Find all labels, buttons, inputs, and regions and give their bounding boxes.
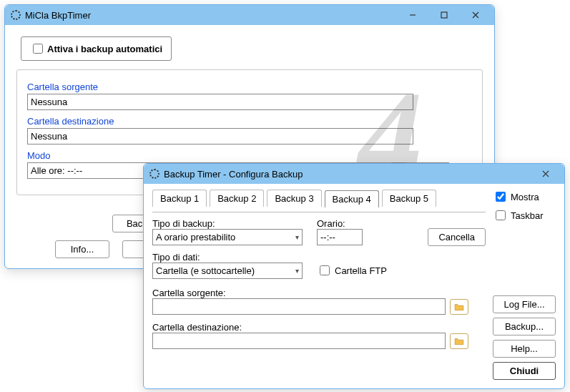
source-folder-field[interactable]	[27, 94, 413, 110]
taskbar-input[interactable]	[496, 210, 506, 220]
config-window: Backup Timer - Configura Backup Backup 1…	[143, 163, 565, 389]
enable-auto-backup-checkbox[interactable]: Attiva i backup automatici	[21, 36, 172, 61]
tab-backup-1[interactable]: Backup 1	[152, 190, 207, 207]
folder-icon	[454, 337, 464, 346]
tab-backup-5[interactable]: Backup 5	[382, 190, 436, 207]
show-checkbox[interactable]: Mostra	[493, 190, 556, 204]
enable-auto-backup-label: Attiva i backup automatici	[47, 44, 162, 54]
source-folder-input[interactable]	[152, 298, 446, 315]
chevron-down-icon: ▾	[295, 267, 299, 275]
browse-source-button[interactable]	[450, 299, 468, 315]
info-button[interactable]: Info...	[55, 240, 109, 258]
backup-type-select[interactable]: A orario prestabilito ▾	[152, 229, 303, 245]
show-input[interactable]	[496, 192, 506, 202]
enable-auto-backup-input[interactable]	[33, 44, 43, 54]
taskbar-label: Taskbar	[511, 210, 544, 221]
titlebar[interactable]: Backup Timer - Configura Backup	[144, 164, 564, 184]
titlebar[interactable]: MiCla BkpTimer	[5, 5, 494, 25]
dest-folder-input[interactable]	[152, 333, 446, 349]
close-dialog-button[interactable]: Chiudi	[493, 362, 556, 380]
mode-label[interactable]: Modo	[27, 150, 472, 161]
ftp-folder-label: Cartella FTP	[335, 265, 387, 276]
app-icon	[11, 10, 21, 20]
tab-backup-3[interactable]: Backup 3	[267, 190, 321, 207]
dest-folder-label: Cartella destinazione:	[152, 322, 486, 333]
delete-button[interactable]: Cancella	[428, 228, 486, 246]
source-folder-label[interactable]: Cartella sorgente	[27, 82, 472, 92]
window-title: Backup Timer - Configura Backup	[164, 169, 530, 180]
app-icon	[149, 169, 159, 179]
dest-folder-label[interactable]: Cartella destinazione	[27, 116, 472, 127]
dest-folder-field[interactable]	[27, 128, 413, 144]
close-button[interactable]	[530, 164, 561, 184]
data-type-select[interactable]: Cartella (e sottocartelle) ▾	[152, 263, 303, 279]
backup-type-label: Tipo di backup:	[152, 218, 303, 229]
show-label: Mostra	[511, 192, 539, 202]
taskbar-checkbox[interactable]: Taskbar	[493, 208, 556, 222]
backup-type-value: A orario prestabilito	[156, 232, 235, 242]
browse-dest-button[interactable]	[450, 333, 468, 349]
ftp-folder-input[interactable]	[320, 265, 330, 275]
folder-icon	[454, 303, 464, 311]
tab-backup-4[interactable]: Backup 4	[325, 190, 379, 207]
data-type-label: Tipo di dati:	[152, 252, 303, 263]
maximize-button[interactable]	[428, 5, 460, 25]
minimize-button[interactable]	[397, 5, 428, 25]
log-file-button[interactable]: Log File...	[493, 295, 556, 313]
time-label: Orario:	[317, 218, 363, 229]
ftp-folder-checkbox[interactable]: Cartella FTP	[317, 263, 387, 278]
chevron-down-icon: ▾	[295, 233, 299, 241]
backup-tabs: Backup 1 Backup 2 Backup 3 Backup 4 Back…	[152, 190, 486, 207]
source-folder-label: Cartella sorgente:	[152, 288, 486, 298]
backup-button[interactable]: Backup...	[493, 318, 556, 335]
svg-rect-1	[441, 12, 447, 18]
data-type-value: Cartella (e sottocartelle)	[156, 265, 255, 276]
help-button[interactable]: Help...	[493, 340, 556, 358]
close-button[interactable]	[460, 5, 491, 25]
tab-backup-2[interactable]: Backup 2	[210, 190, 264, 207]
window-title: MiCla BkpTimer	[25, 10, 397, 21]
time-input[interactable]	[317, 229, 363, 245]
